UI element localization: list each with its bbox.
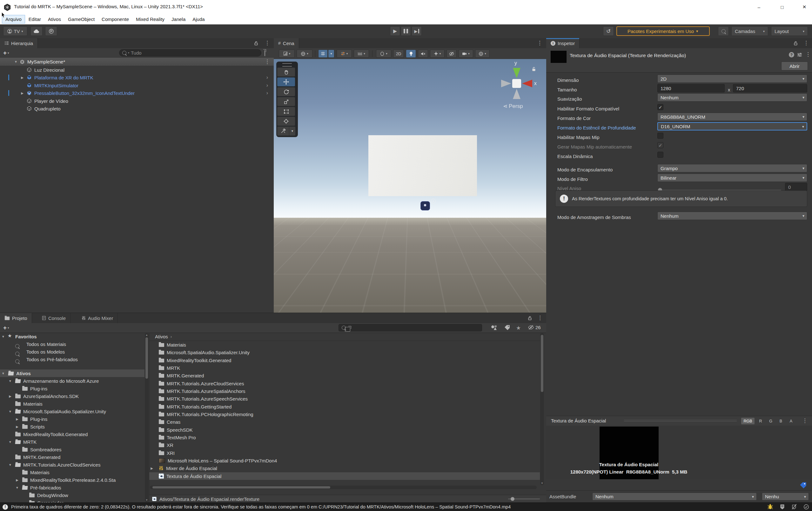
file-row[interactable]: Materiais — [149, 341, 540, 349]
custom-tool-button[interactable] — [277, 127, 289, 136]
menu-mixed-reality[interactable]: Mixed Reality — [133, 15, 168, 24]
pause-button[interactable] — [401, 26, 411, 36]
filter-by-type-button[interactable] — [491, 325, 497, 331]
network-offline-icon[interactable] — [791, 504, 798, 510]
scrollbar-thumb[interactable] — [152, 486, 330, 488]
hierarchy-item-pressable-button[interactable]: ▶ PressableButton_32x32mm_IconAndTextUnd… — [0, 89, 274, 97]
orientation-gizmo[interactable]: y x — [496, 63, 537, 104]
channel-r-button[interactable]: R — [756, 418, 765, 424]
plastic-scm-button[interactable] — [45, 26, 57, 36]
files-vscrollbar[interactable]: ▼ — [540, 333, 544, 485]
help-icon[interactable]: ? — [789, 52, 794, 57]
auto-mipmaps-checkbox[interactable]: ✓ — [657, 142, 663, 148]
view-hand-tool[interactable] — [277, 68, 295, 77]
custom-tool-dropdown[interactable]: ▼ — [289, 127, 295, 136]
open-search-window-icon[interactable] — [264, 50, 265, 56]
file-row[interactable]: MixedRealityToolkit.Generated — [149, 356, 540, 364]
file-row[interactable]: SpeechSDK — [149, 426, 540, 433]
effects-dropdown[interactable]: ▾ — [430, 50, 444, 58]
tab-hierarchy[interactable]: Hierarquia — [0, 38, 38, 48]
file-row[interactable]: XRI — [149, 449, 540, 457]
antialias-dropdown[interactable]: Nenhum — [657, 93, 807, 101]
file-row[interactable]: MRTK.Tutorials.PCHolographicRemoting — [149, 411, 540, 418]
layout-dropdown[interactable]: Layout▾ — [771, 26, 808, 36]
channel-rgb-button[interactable]: RGB — [741, 418, 755, 424]
scale-tool[interactable] — [277, 97, 295, 106]
file-row[interactable]: TextMesh Pro — [149, 433, 540, 441]
tab-console[interactable]: Console — [37, 313, 70, 323]
tree-row[interactable]: MixedRealityToolkit.Generated — [0, 430, 144, 438]
filter-mode-dropdown[interactable]: Bilinear — [657, 174, 807, 182]
hierarchy-item-quadrupleto[interactable]: Quadrupleto — [0, 105, 274, 112]
hidden-items-count[interactable]: 26 — [528, 325, 541, 330]
tab-audio-mixer[interactable]: Audio Mixer — [77, 313, 118, 323]
tree-row[interactable]: Plug-ins — [0, 385, 144, 392]
menu-componente[interactable]: Componente — [98, 15, 133, 24]
palette-drag-handle[interactable] — [282, 63, 292, 67]
measure-tool-dropdown[interactable]: ▾ — [354, 50, 369, 58]
slider-knob[interactable] — [511, 497, 515, 501]
collab-refresh-icon[interactable] — [779, 504, 786, 510]
favorites-item[interactable]: Todos os Modelos — [0, 348, 144, 356]
prefab-open-chevron[interactable]: › — [266, 90, 268, 96]
lock-icon[interactable] — [793, 41, 798, 46]
hierarchy-search-input[interactable]: ▾ Tudo — [119, 49, 261, 57]
expander-closed-icon[interactable]: ▶ — [150, 467, 154, 470]
filter-by-label-button[interactable] — [504, 325, 510, 331]
hierarchy-item-plataforma-xr[interactable]: ▶ Plataforma de XR do MRTK › — [0, 73, 274, 81]
scroll-down-icon[interactable]: ▼ — [541, 482, 543, 485]
pressable-button-object[interactable] — [420, 201, 430, 210]
scene-panel-menu-icon[interactable]: ⋮ — [537, 40, 542, 46]
draw-mode-dropdown[interactable]: ▾ — [279, 50, 295, 58]
preview-header[interactable]: Textura de Áudio Espacial RGB R G B A ⋮ — [546, 416, 812, 426]
tree-scrollbar[interactable]: ▲ ▼ — [145, 333, 149, 502]
depth-stencil-format-dropdown[interactable]: D16_UNORM — [657, 122, 807, 130]
menu-gameobject[interactable]: GameObject — [64, 15, 98, 24]
file-row[interactable]: Microsoft.SpatialAudio.Spatializer.Unity — [149, 349, 540, 356]
tab-project[interactable]: Projeto — [0, 313, 32, 323]
cache-server-check-icon[interactable] — [803, 504, 810, 510]
rect-tool[interactable] — [277, 107, 295, 116]
prefab-open-chevron[interactable]: › — [266, 83, 268, 88]
favorites-root[interactable]: ▼ ★ Favoritos — [0, 333, 144, 340]
gizmos-dropdown[interactable]: ▾ — [475, 50, 490, 58]
hierarchy-item-luz-direcional[interactable]: Luz Direcional — [0, 66, 274, 73]
aniso-value-input[interactable]: 0 — [785, 183, 807, 191]
menu-ajuda[interactable]: Ajuda — [189, 15, 208, 24]
favorites-star-button[interactable]: ★ — [516, 325, 521, 331]
tree-row[interactable]: ▼Armazenamento do Microsoft Azure — [0, 377, 144, 385]
tree-row[interactable]: Sombreadores — [0, 446, 144, 453]
undo-history-button[interactable]: ↺ — [603, 26, 614, 36]
file-row[interactable]: MRTK — [149, 364, 540, 372]
project-search-input[interactable] — [339, 324, 482, 331]
scene-visibility-toggle[interactable] — [446, 50, 457, 58]
2d-toggle[interactable]: 2D — [393, 50, 404, 58]
inspector-menu-icon[interactable]: ⋮ — [804, 40, 809, 46]
lock-icon[interactable] — [254, 41, 258, 46]
scrollbar-thumb[interactable] — [541, 335, 543, 392]
asset-menu-icon[interactable]: ⋮ — [805, 52, 811, 57]
size-width-input[interactable]: 1280 — [657, 84, 725, 92]
maximize-button[interactable]: □ — [775, 3, 789, 11]
expander-open-icon[interactable]: ▼ — [1, 335, 5, 338]
grid-snap-toggle[interactable] — [318, 50, 328, 58]
file-row-video[interactable]: Microsoft HoloLens – Spatial Sound-PTPvx… — [149, 457, 540, 464]
shadow-sampling-dropdown[interactable]: Nenhum — [657, 212, 807, 220]
skybox-dropdown[interactable]: ▾ — [297, 50, 313, 58]
hierarchy-scene-row[interactable]: ▼ MySampleScene* ⋮ — [0, 58, 274, 66]
tree-row[interactable]: DebugWindow — [0, 491, 144, 499]
dimension-dropdown[interactable]: 2D — [657, 74, 807, 83]
scene-viewport[interactable]: ▼ y x ⋖Persp — [274, 59, 546, 312]
scene-camera-dropdown[interactable]: ▾ — [459, 50, 473, 58]
channel-g-button[interactable]: G — [766, 418, 775, 424]
compatible-format-checkbox[interactable]: ✓ — [657, 104, 663, 110]
favorites-item[interactable]: Todos os Materiais — [0, 340, 144, 348]
close-button[interactable]: ✕ — [797, 3, 812, 11]
tree-row[interactable]: ▶AzureSpatialAnchors.SDK — [0, 392, 144, 400]
tree-row[interactable]: ▶Scripts — [0, 423, 144, 430]
presets-icon[interactable] — [797, 52, 802, 57]
hierarchy-menu-icon[interactable]: ⋮ — [264, 40, 270, 46]
wrap-mode-dropdown[interactable]: Grampo — [657, 164, 807, 172]
step-button[interactable]: ▶ — [411, 26, 422, 36]
asset-labels-icon[interactable] — [800, 482, 807, 489]
